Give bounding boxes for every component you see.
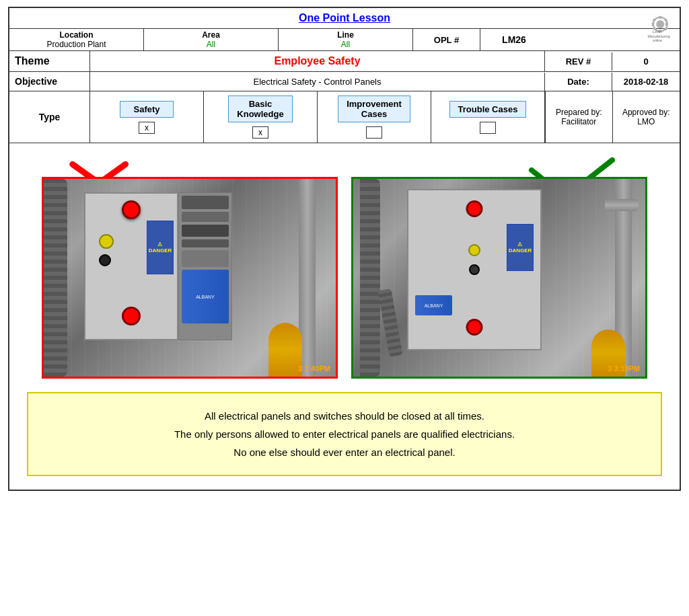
- location-cell: Location Production Plant: [9, 29, 144, 50]
- bottom-text-line2: The only persons allowed to enter electr…: [42, 425, 647, 443]
- type-safety: Safety x: [90, 91, 204, 143]
- document-title: One Point Lesson: [9, 8, 680, 29]
- rev-label: REV #: [545, 52, 612, 71]
- safety-checkbox[interactable]: x: [139, 122, 155, 134]
- bad-example-image: ⚠DANGER ALBANY: [42, 177, 338, 379]
- theme-value: Employee Safety: [90, 51, 545, 71]
- svg-text:Lean: Lean: [653, 30, 661, 34]
- line-cell: Line All: [279, 29, 413, 50]
- basic-knowledge-checkbox[interactable]: x: [252, 126, 268, 139]
- opl-value-cell: LM26: [480, 29, 548, 50]
- location-value: Production Plant: [12, 40, 141, 49]
- type-label: Type: [9, 91, 90, 143]
- approved-by-value: LMO: [637, 117, 655, 126]
- date-label: Date:: [545, 73, 612, 91]
- approved-by-cell: Approved by: LMO: [613, 91, 680, 143]
- opl-value: LM26: [502, 34, 526, 45]
- line-label: Line: [281, 30, 410, 40]
- prepared-by-value: Facilitator: [561, 117, 596, 126]
- basic-knowledge-box: Basic Knowledge: [228, 95, 292, 122]
- objective-label: Objective: [9, 72, 90, 91]
- area-cell: Area All: [144, 29, 279, 50]
- improvement-cases-box: Improvement Cases: [338, 95, 410, 122]
- prepared-approved: Prepared by: Facilitator Approved by: LM…: [545, 91, 680, 143]
- svg-rect-4: [652, 23, 655, 26]
- area-label: Area: [147, 30, 275, 40]
- area-value: All: [147, 40, 275, 49]
- document: Lean Manufacturing .online One Point Les…: [8, 7, 681, 491]
- theme-label: Theme: [9, 51, 90, 71]
- main-content: ⚠DANGER ALBANY: [9, 143, 680, 490]
- bad-timestamp: 3 3:40PM: [298, 364, 330, 373]
- date-value: 2018-02-18: [612, 73, 680, 91]
- theme-row: Theme Employee Safety REV # 0: [9, 51, 680, 72]
- safety-box: Safety: [120, 101, 174, 118]
- images-row: ⚠DANGER ALBANY: [20, 177, 669, 379]
- prepared-by-cell: Prepared by: Facilitator: [546, 91, 613, 143]
- type-trouble-cases: Trouble Cases: [431, 91, 545, 143]
- type-improvement-cases: Improvement Cases: [318, 91, 431, 143]
- svg-text:.online: .online: [652, 38, 663, 42]
- line-value: All: [281, 40, 410, 49]
- trouble-cases-checkbox[interactable]: [480, 122, 496, 134]
- opl-label-cell: OPL #: [413, 29, 480, 50]
- objective-row: Objective Electrical Safety - Control Pa…: [9, 72, 680, 91]
- trouble-cases-box: Trouble Cases: [449, 101, 527, 118]
- type-basic-knowledge: Basic Knowledge x: [204, 91, 318, 143]
- logo: Lean Manufacturing .online: [632, 13, 673, 48]
- location-label: Location: [12, 30, 141, 40]
- bottom-text-line1: All electrical panels and switches shoul…: [42, 407, 647, 425]
- type-row: Type Safety x Basic Knowledge x Improvem…: [9, 91, 680, 143]
- opl-label: OPL #: [434, 35, 459, 45]
- bottom-text-line3: No one else should ever enter an electri…: [42, 443, 647, 461]
- rev-value: 0: [612, 52, 680, 71]
- bottom-message-box: All electrical panels and switches shoul…: [27, 392, 662, 476]
- prepared-by-label: Prepared by:: [556, 108, 602, 117]
- svg-rect-2: [659, 16, 662, 19]
- improvement-cases-checkbox[interactable]: [366, 126, 382, 139]
- approved-by-label: Approved by:: [622, 108, 670, 117]
- svg-text:Manufacturing: Manufacturing: [648, 34, 670, 38]
- objective-value: Electrical Safety - Control Panels: [90, 73, 545, 91]
- svg-rect-5: [665, 23, 668, 26]
- good-timestamp: 3 3:19PM: [608, 364, 640, 373]
- svg-point-1: [656, 20, 664, 28]
- good-example-image: ⚠DANGER ALBANY 3 3:19PM: [351, 177, 647, 379]
